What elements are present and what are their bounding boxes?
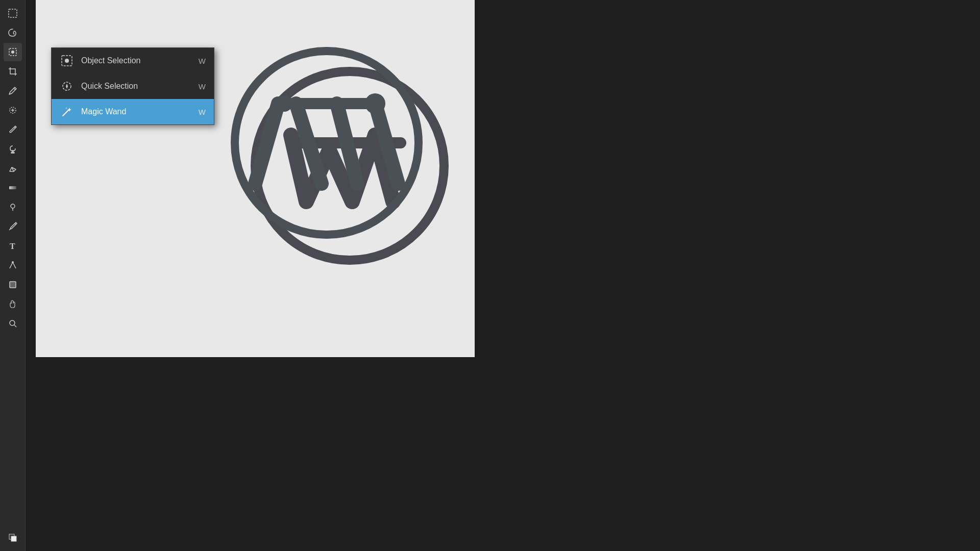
- svg-text:T: T: [10, 242, 15, 251]
- type-tool[interactable]: T: [4, 237, 22, 255]
- foreground-background-color[interactable]: [4, 529, 22, 547]
- quick-selection-shortcut: W: [199, 82, 206, 91]
- quick-selection-icon: [60, 79, 74, 93]
- object-selection-label: Object Selection: [81, 56, 191, 65]
- pen-tool[interactable]: [4, 217, 22, 236]
- menu-item-magic-wand[interactable]: Magic Wand W: [52, 99, 214, 124]
- svg-point-9: [12, 261, 14, 263]
- clone-stamp-tool[interactable]: [4, 140, 22, 158]
- svg-rect-5: [11, 153, 14, 153]
- eraser-tool[interactable]: [4, 159, 22, 178]
- svg-point-7: [11, 204, 15, 208]
- svg-point-21: [365, 93, 385, 114]
- tool-context-menu: Object Selection W Quick Selection W: [51, 47, 214, 125]
- brush-tool[interactable]: [4, 120, 22, 139]
- svg-rect-0: [9, 9, 17, 17]
- menu-item-quick-selection[interactable]: Quick Selection W: [52, 73, 214, 99]
- lasso-tool[interactable]: [4, 23, 22, 42]
- marquee-tool[interactable]: [4, 4, 22, 22]
- gradient-tool[interactable]: [4, 179, 22, 197]
- object-selection-icon: [60, 54, 74, 68]
- svg-point-15: [65, 59, 69, 63]
- toolbar: T: [0, 0, 26, 551]
- magic-wand-shortcut: W: [199, 108, 206, 116]
- menu-item-object-selection[interactable]: Object Selection W: [52, 48, 214, 73]
- svg-point-2: [11, 51, 14, 54]
- shape-tool[interactable]: [4, 276, 22, 294]
- main-area: Object Selection W Quick Selection W: [26, 0, 980, 551]
- eyedropper-tool[interactable]: [4, 82, 22, 100]
- svg-rect-13: [11, 536, 16, 541]
- magic-wand-label: Magic Wand: [81, 107, 191, 116]
- path-selection-tool[interactable]: [4, 256, 22, 274]
- hand-tool[interactable]: [4, 295, 22, 313]
- svg-rect-6: [9, 186, 16, 189]
- object-selection-tool[interactable]: [4, 43, 22, 61]
- zoom-tool[interactable]: [4, 314, 22, 333]
- dodge-tool[interactable]: [4, 198, 22, 216]
- object-selection-shortcut: W: [199, 57, 206, 65]
- canvas-content: [225, 41, 475, 291]
- magic-wand-icon: [60, 105, 74, 119]
- quick-selection-label: Quick Selection: [81, 82, 191, 91]
- svg-rect-10: [10, 282, 16, 288]
- svg-point-11: [10, 320, 15, 325]
- healing-brush-tool[interactable]: [4, 101, 22, 119]
- crop-tool[interactable]: [4, 62, 22, 81]
